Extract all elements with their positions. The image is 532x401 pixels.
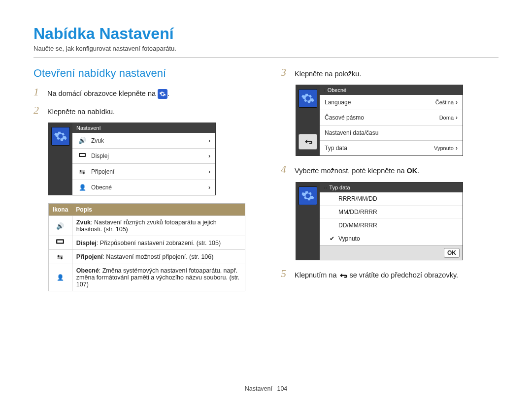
left-column: Otevření nabídky nastavení 1 Na domácí o…: [33, 67, 251, 291]
menu-row-sound[interactable]: Zvuk ›: [72, 133, 215, 149]
back-icon: [303, 138, 312, 145]
step-5-pre: Klepnutím na: [295, 271, 336, 279]
screen-title: › Obecné: [320, 85, 463, 95]
menu-row-general[interactable]: Obecné ›: [72, 180, 215, 195]
chevron-right-icon: ›: [208, 184, 210, 191]
row-text: : Změna systémových nastavení fotoaparát…: [76, 267, 239, 288]
step-5-post: se vrátíte do předchozí obrazovky.: [350, 271, 459, 279]
ok-label: OK: [407, 167, 418, 175]
table-row: Zvuk: Nastavení různých zvuků fotoaparát…: [49, 216, 245, 236]
row-language[interactable]: Language Čeština ›: [320, 95, 463, 110]
screen-date-type: ›› Typ data RRRR/MM/DD MM/DD/RRRR DD/MM/…: [296, 182, 463, 260]
row-label: Časové pásmo: [325, 114, 439, 121]
display-icon: [56, 239, 64, 245]
step-number: 5: [281, 268, 289, 279]
sound-icon: [56, 223, 64, 230]
step-text: Klepněte na nabídku.: [47, 105, 115, 117]
option-row[interactable]: ✔ Vypnuto: [320, 232, 463, 246]
row-bold: Obecné: [76, 267, 99, 274]
step-text: Vyberte možnost, poté klepněte na OK.: [295, 164, 419, 176]
th-icon: Ikona: [49, 204, 72, 216]
step-2: 2 Klepněte na nabídku.: [33, 105, 251, 117]
row-text: : Přizpůsobení nastavení zobrazení. (str…: [97, 240, 221, 247]
chevron-right-icon: ›: [208, 137, 210, 144]
row-datetime[interactable]: Nastavení data/času: [320, 125, 463, 141]
th-desc: Popis: [72, 204, 245, 216]
row-timezone[interactable]: Časové pásmo Doma ›: [320, 110, 463, 125]
row-bold: Připojení: [76, 253, 102, 260]
display-icon: [77, 153, 87, 159]
table-row: Připojení: Nastavení možností připojení.…: [49, 250, 245, 264]
row-datetype[interactable]: Typ data Vypnuto ›: [320, 141, 463, 155]
gear-icon: [299, 186, 317, 205]
row-label: Zvuk: [91, 137, 208, 144]
step-4-suffix: .: [417, 167, 419, 175]
table-row: Displej: Přizpůsobení nastavení zobrazen…: [49, 236, 245, 250]
general-icon: [77, 184, 87, 191]
svg-rect-1: [80, 154, 85, 156]
screen-title-text: Typ data: [329, 185, 350, 190]
ok-button[interactable]: OK: [444, 248, 460, 258]
footer-label: Nastavení: [245, 385, 272, 392]
option-row[interactable]: RRRR/MM/DD: [320, 192, 463, 206]
bottom-bar: OK: [320, 246, 463, 260]
step-1-text: Na domácí obrazovce klepněte na: [47, 90, 156, 97]
gear-icon: [299, 89, 317, 108]
row-bold: Zvuk: [76, 219, 91, 226]
row-label: Obecné: [91, 184, 208, 191]
screen-title: ›› Typ data: [320, 183, 463, 192]
header-divider: [33, 57, 499, 58]
step-text: Na domácí obrazovce klepněte na .: [47, 87, 169, 99]
step-4-text: Vyberte možnost, poté klepněte na: [295, 167, 405, 175]
row-label: Typ data: [325, 145, 434, 152]
screen-title-text: Obecné: [328, 87, 347, 93]
table-row: Obecné: Změna systémových nastavení foto…: [49, 264, 245, 291]
icon-description-table: Ikona Popis Zvuk: Nastavení různých zvuk…: [48, 203, 245, 291]
row-label: Language: [325, 99, 435, 106]
step-3: 3 Klepněte na položku.: [281, 67, 499, 79]
row-label: Nastavení data/času: [325, 129, 458, 136]
screen-general: › Obecné Language Čeština › Časové pásmo…: [296, 85, 463, 156]
menu-row-connect[interactable]: Připojení ›: [72, 164, 215, 180]
option-label: Vypnuto: [338, 235, 360, 242]
screen-settings-menu: Nastavení Zvuk › Displej ›: [48, 123, 216, 195]
step-number: 4: [281, 164, 289, 175]
chevron-right-icon: ››: [324, 185, 327, 190]
option-label: MM/DD/RRRR: [338, 209, 377, 216]
svg-rect-3: [58, 241, 63, 243]
step-4: 4 Vyberte možnost, poté klepněte na OK.: [281, 164, 499, 176]
row-value: Vypnuto: [434, 145, 454, 151]
back-icon: [338, 271, 347, 280]
chevron-right-icon: ›: [456, 145, 458, 152]
row-value: Čeština: [435, 99, 454, 105]
row-text: : Nastavení různých zvuků fotoaparátu a …: [76, 219, 217, 233]
general-icon: [57, 274, 64, 281]
gear-icon: [158, 89, 167, 99]
step-number: 2: [33, 105, 41, 116]
chevron-right-icon: ›: [208, 168, 210, 175]
chevron-right-icon: ›: [324, 87, 326, 93]
check-icon: ✔: [330, 235, 335, 242]
option-row[interactable]: DD/MM/RRRR: [320, 219, 463, 232]
page-subtitle: Naučte se, jak konfigurovat nastavení fo…: [33, 45, 499, 52]
row-value: Doma: [439, 115, 454, 121]
back-button[interactable]: [299, 134, 317, 150]
page-footer: Nastavení 104: [0, 385, 532, 392]
step-text: Klepněte na položku.: [295, 67, 361, 79]
page-title: Nabídka Nastavení: [33, 25, 499, 43]
menu-row-display[interactable]: Displej ›: [72, 149, 215, 164]
option-row[interactable]: MM/DD/RRRR: [320, 206, 463, 219]
screen-title: Nastavení: [72, 123, 215, 133]
row-text: : Nastavení možností připojení. (str. 10…: [102, 253, 213, 260]
connection-icon: [77, 168, 87, 176]
step-number: 1: [33, 87, 41, 97]
step-text: Klepnutím na se vrátíte do předchozí obr…: [295, 268, 458, 280]
row-label: Připojení: [91, 168, 208, 175]
right-column: 3 Klepněte na položku. › Obecné: [281, 67, 499, 291]
step-1-suffix: .: [167, 90, 169, 97]
chevron-right-icon: ›: [208, 153, 210, 159]
gear-icon: [51, 127, 70, 146]
step-number: 3: [281, 67, 289, 78]
step-5: 5 Klepnutím na se vrátíte do předchozí o…: [281, 268, 499, 280]
row-bold: Displej: [76, 240, 97, 247]
